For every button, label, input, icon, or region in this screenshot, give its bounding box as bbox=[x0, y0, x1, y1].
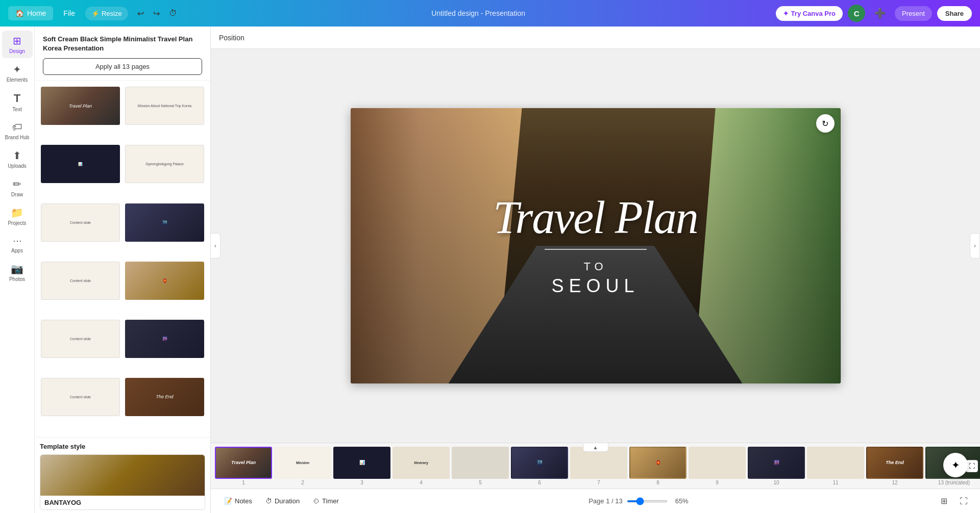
sidebar-item-uploads[interactable]: ⬆ Uploads bbox=[2, 145, 33, 173]
template-thumb-2[interactable]: Mission About National Trip Korea bbox=[124, 86, 205, 141]
template-thumb-6[interactable]: 🌃 bbox=[124, 202, 205, 258]
filmstrip-thumb-12[interactable]: The End 12 bbox=[866, 447, 923, 485]
notes-button[interactable]: 📝 Notes bbox=[219, 494, 257, 508]
filmstrip: ▲ Travel Plan 1 Mission 2 📊 3 Itinerary … bbox=[211, 443, 980, 489]
slide-main-text: Travel Plan bbox=[493, 195, 698, 241]
template-thumb-12[interactable]: The End bbox=[124, 377, 205, 432]
template-thumb-9[interactable]: Content slide bbox=[40, 319, 121, 374]
filmstrip-hide-button[interactable]: ▲ bbox=[583, 443, 608, 452]
filmstrip-thumb-7[interactable]: 7 bbox=[570, 447, 627, 485]
template-panel-header: Soft Cream Black Simple Minimalist Trave… bbox=[35, 27, 210, 81]
home-button[interactable]: 🏠 Home bbox=[8, 6, 53, 20]
filmstrip-thumb-img-11 bbox=[807, 447, 864, 479]
template-thumb-4[interactable]: Gyeongbokgung Palace bbox=[124, 144, 205, 199]
elements-icon: ✦ bbox=[13, 63, 21, 75]
template-thumb-1[interactable]: Travel Plan bbox=[40, 86, 121, 141]
photos-icon: 📷 bbox=[11, 263, 23, 275]
sidebar-item-text[interactable]: T Text bbox=[2, 88, 33, 116]
zoom-slider[interactable] bbox=[627, 500, 668, 502]
sidebar-item-photos[interactable]: 📷 Photos bbox=[2, 259, 33, 286]
filmstrip-thumb-num-7: 7 bbox=[597, 480, 600, 485]
bottom-toolbar-right: ⊞ ⛶ bbox=[937, 493, 972, 509]
filmstrip-thumb-8[interactable]: 🏮 8 bbox=[629, 447, 687, 485]
filmstrip-thumb-num-8: 8 bbox=[656, 480, 659, 485]
topbar-center: Untitled design - Presentation bbox=[187, 9, 770, 17]
undo-button[interactable]: ↩ bbox=[133, 6, 148, 21]
sidebar-item-label-design: Design bbox=[9, 48, 25, 54]
slide-to-text: TO bbox=[583, 260, 607, 273]
thumb-img-3: 📊 bbox=[41, 145, 120, 183]
timer-button[interactable]: ⏲ Timer bbox=[308, 494, 344, 508]
sidebar-item-label-uploads: Uploads bbox=[8, 163, 27, 169]
chevron-right-icon: › bbox=[974, 242, 976, 249]
filmstrip-thumb-img-9 bbox=[689, 447, 746, 479]
template-thumb-7[interactable]: Content slide bbox=[40, 261, 121, 316]
expand-icon: ⛶ bbox=[969, 463, 975, 470]
timer-button[interactable]: ⏱ bbox=[165, 6, 181, 21]
filmstrip-thumb-5[interactable]: 5 bbox=[452, 447, 509, 485]
filmstrip-thumb-num-11: 11 bbox=[832, 480, 838, 485]
filmstrip-thumb-img-4: Itinerary bbox=[393, 447, 450, 479]
grid-view-icon: ⊞ bbox=[941, 497, 947, 505]
filmstrip-thumb-img-10: 🌆 bbox=[748, 447, 805, 479]
chevron-left-icon: ‹ bbox=[214, 242, 216, 249]
template-style-section: Template style BANTAYOG bbox=[35, 437, 210, 513]
present-button[interactable]: Present bbox=[895, 6, 932, 21]
apply-all-button[interactable]: Apply all 13 pages bbox=[43, 58, 202, 75]
filmstrip-thumb-3[interactable]: 📊 3 bbox=[333, 447, 390, 485]
share-button[interactable]: Share bbox=[937, 6, 972, 21]
template-thumb-11[interactable]: Content slide bbox=[40, 377, 121, 432]
template-thumb-10[interactable]: 🌆 bbox=[124, 319, 205, 374]
filmstrip-thumb-2[interactable]: Mission 2 bbox=[274, 447, 331, 485]
assistant-button[interactable]: ✦ bbox=[943, 453, 968, 477]
filmstrip-thumb-4[interactable]: Itinerary 4 bbox=[393, 447, 450, 485]
filmstrip-thumb-img-6: 🌃 bbox=[511, 447, 568, 479]
refresh-button[interactable]: ↻ bbox=[816, 114, 835, 133]
template-grid: Travel Plan Mission About National Trip … bbox=[35, 81, 210, 437]
home-label: Home bbox=[27, 9, 46, 17]
filmstrip-thumb-num-6: 6 bbox=[538, 480, 541, 485]
zoom-level: 65% bbox=[672, 497, 692, 505]
template-thumb-5[interactable]: Content slide bbox=[40, 202, 121, 258]
style-card-label: BANTAYOG bbox=[40, 496, 205, 509]
filmstrip-thumb-11[interactable]: 11 bbox=[807, 447, 864, 485]
thumb-img-12: The End bbox=[125, 378, 204, 416]
chevron-up-icon: ▲ bbox=[593, 445, 598, 450]
fullscreen-button[interactable]: ⛶ bbox=[955, 494, 972, 509]
try-pro-button[interactable]: ✦ Try Canva Pro bbox=[776, 6, 843, 21]
duration-button[interactable]: ⏱ Duration bbox=[260, 494, 305, 508]
sidebar-item-brand-hub[interactable]: 🏷 Brand Hub bbox=[2, 117, 33, 144]
template-thumb-8[interactable]: 🏮 bbox=[124, 261, 205, 316]
topbar-right: ✦ Try Canva Pro C ➕ Present Share bbox=[776, 5, 972, 22]
filmstrip-thumb-num-3: 3 bbox=[360, 480, 363, 485]
template-thumb-3[interactable]: 📊 bbox=[40, 144, 121, 199]
filmstrip-thumb-9[interactable]: 9 bbox=[689, 447, 746, 485]
expand-right-button[interactable]: › bbox=[970, 233, 980, 259]
grid-view-button[interactable]: ⊞ bbox=[937, 493, 951, 509]
sidebar-item-elements[interactable]: ✦ Elements bbox=[2, 59, 33, 87]
sidebar-item-label-draw: Draw bbox=[11, 192, 23, 197]
file-button[interactable]: File bbox=[58, 6, 80, 20]
sidebar-item-design[interactable]: ⊞ Design bbox=[2, 31, 33, 58]
canvas-slide[interactable]: Travel Plan TO SEOUL ↻ bbox=[351, 108, 841, 383]
sidebar-item-apps[interactable]: ⋯ Apps bbox=[2, 231, 33, 258]
thumb-img-4: Gyeongbokgung Palace bbox=[125, 145, 204, 183]
sidebar-item-draw[interactable]: ✏ Draw bbox=[2, 174, 33, 201]
filmstrip-thumb-img-5 bbox=[452, 447, 509, 479]
template-style-card[interactable]: BANTAYOG bbox=[40, 454, 205, 510]
thumb-img-6: 🌃 bbox=[125, 203, 204, 242]
add-collaborator-button[interactable]: ➕ bbox=[870, 6, 890, 21]
redo-button[interactable]: ↪ bbox=[149, 6, 164, 21]
resize-button[interactable]: ⚡ Resize bbox=[85, 7, 128, 20]
hide-panel-button[interactable]: ‹ bbox=[211, 233, 220, 259]
user-avatar[interactable]: C bbox=[848, 5, 865, 22]
filmstrip-thumb-10[interactable]: 🌆 10 bbox=[748, 447, 805, 485]
sidebar-item-projects[interactable]: 📁 Projects bbox=[2, 202, 33, 230]
filmstrip-thumb-6[interactable]: 🌃 6 bbox=[511, 447, 568, 485]
filmstrip-thumb-1[interactable]: Travel Plan 1 bbox=[215, 447, 272, 485]
canvas-wrapper: ‹ Travel Plan TO SEOUL ↻ bbox=[211, 49, 980, 443]
template-title: Soft Cream Black Simple Minimalist Trave… bbox=[43, 35, 202, 53]
thumb-img-5: Content slide bbox=[41, 203, 120, 242]
apps-icon: ⋯ bbox=[13, 235, 22, 246]
right-panel: Position ‹ Travel Plan TO SEOUL bbox=[211, 27, 980, 513]
